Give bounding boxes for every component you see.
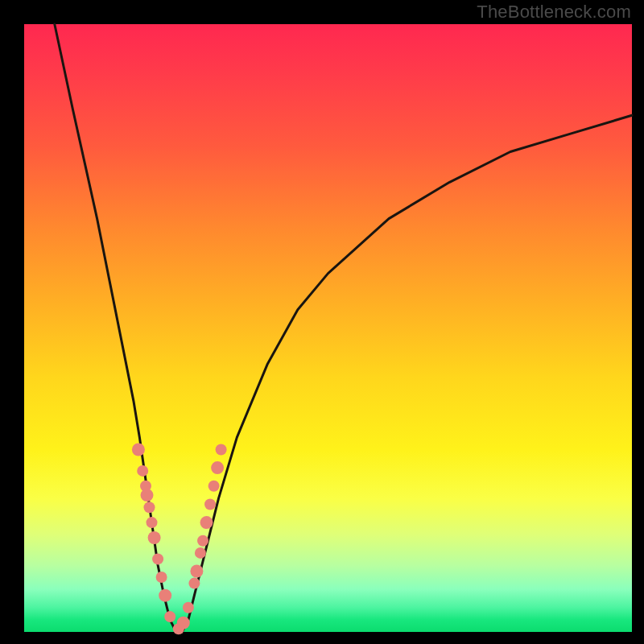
sample-dot (156, 572, 167, 583)
watermark-label: TheBottleneck.com (477, 2, 631, 23)
sample-dot (141, 489, 154, 502)
sample-dots-group (132, 444, 227, 635)
sample-dot (200, 516, 213, 529)
sample-dot (183, 602, 194, 613)
curve-svg (24, 24, 632, 632)
sample-dot (132, 444, 145, 456)
sample-dot (144, 502, 155, 513)
sample-dot (164, 611, 175, 622)
chart-frame: TheBottleneck.com (0, 0, 644, 644)
sample-dot (188, 578, 200, 589)
sample-dot (197, 535, 208, 547)
sample-dot (137, 465, 148, 477)
sample-dot (177, 617, 190, 630)
sample-dot (216, 444, 227, 456)
sample-dot (190, 565, 203, 578)
sample-dot (195, 547, 206, 559)
sample-dot (204, 499, 216, 510)
sample-dot (159, 589, 171, 602)
sample-dot (147, 517, 158, 528)
sample-dot (211, 461, 224, 474)
sample-dot (208, 481, 220, 492)
plot-area (24, 24, 632, 632)
sample-dot (152, 553, 163, 564)
bottleneck-curve (55, 24, 632, 632)
sample-dot (148, 531, 161, 544)
